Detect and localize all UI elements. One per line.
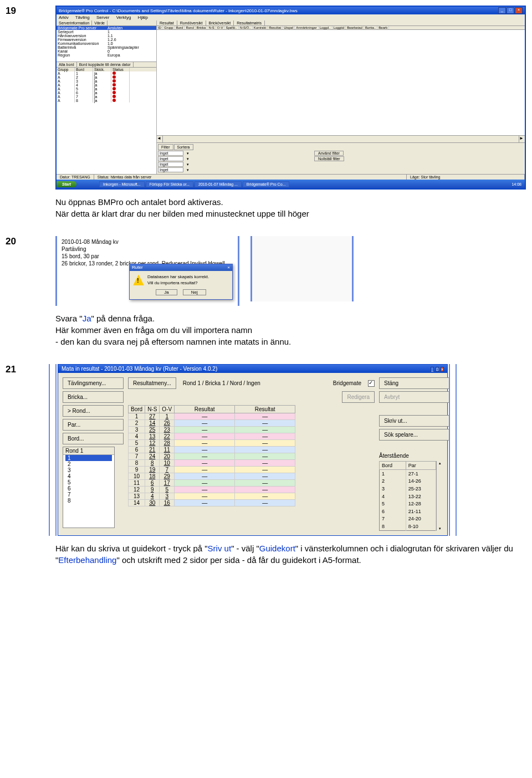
tab-sortera[interactable]: Sortera bbox=[174, 144, 193, 150]
close-button[interactable]: × bbox=[441, 367, 444, 372]
left-panel: ServerinformationVärde Bridgemate Pro se… bbox=[57, 21, 157, 174]
taskbar-item[interactable]: Inkorgen - Microsoft... bbox=[99, 181, 145, 187]
table-row: 41322—— bbox=[129, 433, 295, 440]
result-col: Loggtid bbox=[332, 26, 346, 29]
tab-rondoversikt[interactable]: Rondöversikt bbox=[177, 21, 206, 25]
menu-verktyg[interactable]: Verktyg bbox=[116, 15, 131, 20]
start-button[interactable]: Start bbox=[57, 181, 76, 187]
resultatmeny-button[interactable]: Resultatmeny... bbox=[128, 377, 176, 389]
taskbar-item[interactable]: 2010-01-07 Måndag ... bbox=[195, 181, 242, 187]
filter-select-1[interactable]: Inget bbox=[158, 151, 183, 156]
right-panel: Resultat Rondöversikt Bricköversikt Resu… bbox=[157, 21, 525, 174]
filter-select-3[interactable]: Inget bbox=[158, 162, 183, 167]
taskbar-item[interactable]: Bridgemate® Pro Co... bbox=[243, 181, 290, 187]
server-info-row: BatterinivåSpänningsadapter bbox=[57, 45, 156, 49]
result-col: Resultat bbox=[268, 26, 283, 29]
rond-item[interactable]: 8 bbox=[65, 498, 112, 504]
caption-21: Här kan du skriva ut guidekort - tryck p… bbox=[55, 542, 526, 566]
rond-item[interactable]: 3 bbox=[65, 467, 112, 473]
result-col: Rond bbox=[185, 26, 195, 29]
rond-item[interactable]: 2 bbox=[65, 461, 112, 467]
tab-bord-kopplade[interactable]: Bord kopplade till denna dator bbox=[77, 62, 134, 67]
info-type: Partävling bbox=[62, 245, 233, 253]
bord-row: A5ja bbox=[57, 87, 156, 91]
aterstaende-table: BordPar127-1214-26325-23413-22512-28621-… bbox=[379, 461, 436, 531]
sok-spelare-button[interactable]: Sök spelare... bbox=[379, 429, 453, 441]
tab-resultat[interactable]: Resultat bbox=[157, 21, 177, 25]
right-strip bbox=[449, 364, 457, 536]
horizontal-scrollbar[interactable]: ◄► bbox=[157, 135, 525, 142]
table-row: 1271—— bbox=[129, 413, 295, 420]
caption-20: Svara "Ja" på denna fråga. Här kommer äv… bbox=[55, 313, 526, 347]
stang-button[interactable]: Stäng bbox=[379, 377, 453, 389]
dialog-close-icon[interactable]: × bbox=[227, 265, 230, 270]
bridgemate-checkbox[interactable] bbox=[368, 380, 375, 387]
server-info-row: Kommunikationsversion1.0 bbox=[57, 42, 156, 45]
skriv-ut-button[interactable]: Skriv ut... bbox=[379, 415, 453, 427]
aterstaende-label: Återstående bbox=[379, 453, 443, 459]
menu-tavling[interactable]: Tävling bbox=[75, 15, 90, 20]
tab-alla-bord[interactable]: Alla bord bbox=[57, 62, 77, 67]
result-col: Bortta.. bbox=[364, 26, 377, 29]
ja-button[interactable]: Ja bbox=[156, 289, 177, 295]
minimize-button[interactable]: _ bbox=[431, 367, 434, 372]
aterstaende-row: 621-11 bbox=[380, 508, 436, 515]
tab-filter[interactable]: Filter bbox=[158, 144, 173, 150]
step-number-20: 20 bbox=[6, 236, 16, 247]
table-row: 21426—— bbox=[129, 420, 295, 427]
table-row: 143016—— bbox=[129, 500, 295, 506]
server-info-row: Firmwareversion1.2.6 bbox=[57, 38, 156, 42]
apply-filter-button[interactable]: Använd filter bbox=[314, 151, 344, 156]
statusbar: Dator: TRESANG Status: hämtas data från … bbox=[57, 174, 525, 180]
rond-list[interactable]: Rond 1 12345678 bbox=[63, 447, 115, 528]
menu-server[interactable]: Server bbox=[96, 15, 110, 20]
aterstaende-row: 512-28 bbox=[380, 500, 436, 508]
col-status: Status bbox=[111, 68, 130, 71]
server-info-row: Kanal0 bbox=[57, 49, 156, 53]
bord-button[interactable]: Bord... bbox=[63, 433, 124, 444]
reset-filter-button[interactable]: Nollställ filter bbox=[314, 156, 344, 161]
status-msg: Status: hämtas data från server bbox=[94, 175, 407, 180]
filter-select-2[interactable]: Inget bbox=[158, 156, 183, 161]
minimize-button[interactable]: _ bbox=[498, 7, 506, 14]
server-info-row: RegionEuropa bbox=[57, 53, 156, 57]
srv-col1: Serverinformation bbox=[57, 21, 92, 25]
window-buttons-21: _ □ × bbox=[431, 366, 444, 372]
window-title: Bridgemate® Pro Control - C:\Documents a… bbox=[59, 8, 298, 13]
tab-resultatmatris[interactable]: Resultatmatris bbox=[234, 21, 265, 25]
bord-row: A1ja bbox=[57, 71, 156, 75]
close-button[interactable]: × bbox=[515, 7, 523, 14]
info-panel: 2010-01-08 Måndag kv Partävling 15 bord,… bbox=[55, 236, 239, 306]
col-skick: Skick. bbox=[93, 68, 111, 71]
menu-arkiv[interactable]: Arkiv bbox=[59, 15, 69, 20]
tavlingsmeny-button[interactable]: Tävlingsmeny... bbox=[63, 377, 124, 389]
maximize-button[interactable]: □ bbox=[507, 7, 514, 14]
table-row: 11617—— bbox=[129, 480, 295, 487]
rond-item[interactable]: 7 bbox=[65, 492, 112, 498]
menu-hjalp[interactable]: Hjälp bbox=[138, 15, 148, 20]
dialog-msg2: Vill du importera resultat? bbox=[147, 280, 209, 286]
tab-brickoversikt[interactable]: Bricköversikt bbox=[206, 21, 234, 25]
rond-item[interactable]: 5 bbox=[65, 479, 112, 485]
bord-row: A2ja bbox=[57, 75, 156, 79]
rond-item[interactable]: 6 bbox=[65, 485, 112, 492]
server-info-row: Hårdvaruversion1.1 bbox=[57, 34, 156, 38]
maximize-button[interactable]: □ bbox=[436, 367, 439, 372]
par-button[interactable]: Par... bbox=[63, 419, 124, 431]
table-row: 62111—— bbox=[129, 447, 295, 453]
scrollbar[interactable]: ▴ ▾ bbox=[436, 461, 443, 531]
rond-item[interactable]: 1 bbox=[65, 455, 112, 461]
rond-header: Rond 1 bbox=[63, 447, 114, 455]
nej-button[interactable]: Nej bbox=[183, 289, 206, 295]
avbryt-button: Avbryt bbox=[379, 391, 453, 403]
rond-button[interactable]: > Rond... bbox=[63, 405, 124, 417]
info-date: 2010-01-08 Måndag kv bbox=[62, 238, 233, 245]
status-dator: Dator: TRESANG bbox=[57, 175, 94, 180]
bord-row: A4ja bbox=[57, 83, 156, 87]
rond-item[interactable]: 4 bbox=[65, 473, 112, 479]
taskbar-item[interactable]: Förlopp För Skicka or... bbox=[146, 181, 193, 187]
bord-row: A6ja bbox=[57, 91, 156, 95]
result-col: Spelfö.. bbox=[224, 26, 238, 29]
filter-select-4[interactable]: Inget bbox=[158, 167, 183, 172]
bricka-button[interactable]: Bricka... bbox=[63, 391, 124, 403]
